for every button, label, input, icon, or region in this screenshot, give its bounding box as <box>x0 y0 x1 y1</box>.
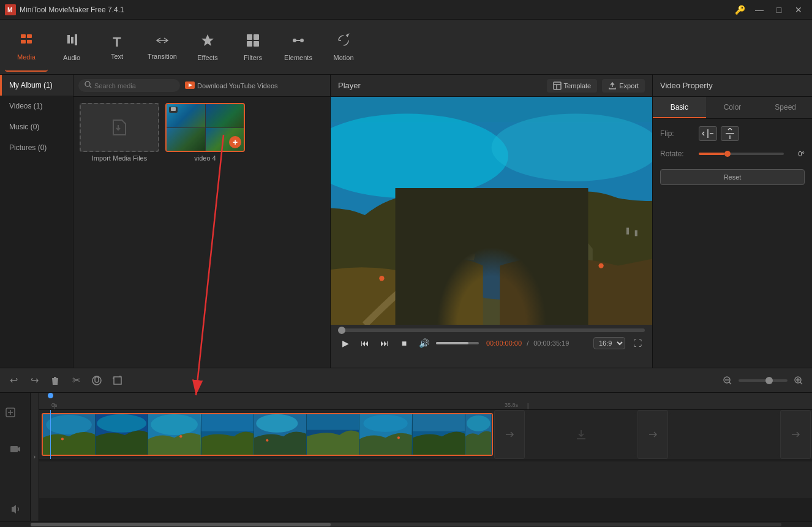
toolbar-item-effects[interactable]: Effects <box>186 23 229 72</box>
add-track-button[interactable] <box>0 406 30 419</box>
media-area: Download YouTube Videos <box>73 75 330 368</box>
toolbar-item-text[interactable]: T Text <box>96 23 138 72</box>
toolbar-item-filters[interactable]: Filters <box>231 23 274 72</box>
svg-point-13 <box>85 82 90 86</box>
volume-slider[interactable] <box>436 342 479 344</box>
toolbar-item-elements[interactable]: Elements <box>277 23 320 72</box>
sidebar-item-pictures[interactable]: Pictures (0) <box>0 137 73 158</box>
stop-button[interactable]: ■ <box>397 336 412 351</box>
svg-rect-5 <box>27 40 32 44</box>
toolbar-item-media[interactable]: Media <box>5 23 48 72</box>
video-clip[interactable] <box>42 413 493 456</box>
elements-icon <box>291 33 306 51</box>
progress-bar[interactable] <box>338 328 645 332</box>
fullscreen-button[interactable]: ⛶ <box>630 336 645 351</box>
sidebar-item-my-album[interactable]: My Album (1) <box>0 75 73 96</box>
download-youtube-button[interactable]: Download YouTube Videos <box>185 82 278 90</box>
aspect-ratio-select[interactable]: 16:9 9:16 1:1 4:3 <box>593 337 625 349</box>
toolbar-item-transition[interactable]: Transition <box>141 23 184 72</box>
minimize-button[interactable]: — <box>751 1 768 18</box>
reset-button[interactable]: Reset <box>660 169 805 185</box>
collapse-handle[interactable]: › <box>31 393 39 521</box>
transition-arrow-icon-3 <box>789 428 802 441</box>
search-input[interactable] <box>94 82 174 89</box>
import-thumb[interactable] <box>80 103 159 152</box>
sidebar-item-videos[interactable]: Videos (1) <box>0 96 73 116</box>
tab-basic[interactable]: Basic <box>653 97 706 118</box>
youtube-icon <box>185 82 195 90</box>
crop-button[interactable] <box>109 372 126 389</box>
svg-point-29 <box>548 251 553 256</box>
transition-arrow-icon-2 <box>647 428 659 441</box>
maximize-button[interactable]: □ <box>770 1 788 18</box>
rotate-slider[interactable] <box>699 153 784 155</box>
content-area: My Album (1) Videos (1) Music (0) Pictur… <box>0 75 812 368</box>
toolbar-item-motion[interactable]: Motion <box>322 23 365 72</box>
zoom-controls <box>719 372 807 389</box>
flip-horizontal-button[interactable] <box>699 126 717 141</box>
media-icon <box>19 32 34 51</box>
zoom-slider[interactable] <box>739 379 788 382</box>
volume-button[interactable]: 🔊 <box>416 336 431 351</box>
redo-button[interactable]: ↪ <box>26 372 43 389</box>
svg-rect-3 <box>27 34 32 38</box>
tab-speed[interactable]: Speed <box>759 97 812 118</box>
ruler-spacer <box>0 393 30 406</box>
timeline-scrollbar[interactable] <box>0 521 812 527</box>
key-button[interactable]: 🔑 <box>731 1 748 18</box>
zoom-out-button[interactable] <box>719 372 736 389</box>
template-icon <box>553 82 562 90</box>
crop-icon <box>112 375 123 386</box>
video4-thumb[interactable]: + <box>165 103 245 152</box>
transition-slot-1[interactable] <box>494 410 525 459</box>
total-time: 00:00:35:19 <box>533 339 569 347</box>
prev-frame-button[interactable]: ⏮ <box>358 336 372 351</box>
svg-point-58 <box>151 414 198 435</box>
svg-point-54 <box>61 438 64 440</box>
toolbar-text-label: Text <box>111 53 123 60</box>
timeline-ruler: 0s 35.8s <box>39 393 812 410</box>
time-separator: / <box>527 339 528 347</box>
add-track-icon <box>5 407 16 418</box>
play-button[interactable]: ▶ <box>338 336 353 351</box>
track-labels <box>0 393 31 521</box>
svg-line-40 <box>729 382 732 384</box>
export-button[interactable]: Export <box>602 79 645 93</box>
player-controls: ▶ ⏮ ⏭ ■ 🔊 00:00:00:00 / 00:00:35:19 16:9… <box>331 325 652 368</box>
close-button[interactable]: ✕ <box>790 1 807 18</box>
svg-rect-31 <box>626 228 629 235</box>
svg-rect-2 <box>21 34 26 38</box>
rotate-controls: 0° <box>699 150 805 157</box>
next-frame-button[interactable]: ⏭ <box>377 336 392 351</box>
add-to-timeline-badge[interactable]: + <box>229 136 241 148</box>
delete-button[interactable] <box>47 372 64 389</box>
timeline-area: ↩ ↪ ✂ <box>0 368 812 527</box>
clip-frame-8 <box>413 414 465 455</box>
svg-rect-10 <box>254 41 259 47</box>
tab-color[interactable]: Color <box>706 97 759 118</box>
preview-svg <box>331 97 652 325</box>
svg-rect-61 <box>201 414 254 431</box>
sidebar-item-music[interactable]: Music (0) <box>0 116 73 137</box>
controls-row: ▶ ⏮ ⏭ ■ 🔊 00:00:00:00 / 00:00:35:19 16:9… <box>338 336 645 351</box>
toolbar-item-audio[interactable]: Audio <box>50 23 93 72</box>
video4-media-item[interactable]: + video 4 <box>165 103 245 162</box>
search-box[interactable] <box>78 79 180 92</box>
template-button[interactable]: Template <box>547 79 598 93</box>
video-track-icon <box>10 444 21 455</box>
flip-vertical-button[interactable] <box>721 126 739 141</box>
scroll-thumb[interactable] <box>31 523 331 526</box>
scroll-track[interactable] <box>31 523 781 526</box>
transition-slot-2[interactable] <box>637 410 668 459</box>
cut-button[interactable]: ✂ <box>67 372 85 389</box>
svg-rect-4 <box>21 40 26 44</box>
transition-slot-3[interactable] <box>780 410 811 459</box>
audio-detach-button[interactable] <box>88 372 105 389</box>
time-mark-35: 35.8s <box>505 402 518 408</box>
zoom-in-button[interactable] <box>790 372 807 389</box>
clip-frame-3 <box>148 414 201 455</box>
import-media-item[interactable]: Import Media Files <box>80 103 159 162</box>
motion-icon <box>336 33 351 51</box>
delete-icon <box>50 375 60 386</box>
undo-button[interactable]: ↩ <box>5 372 22 389</box>
